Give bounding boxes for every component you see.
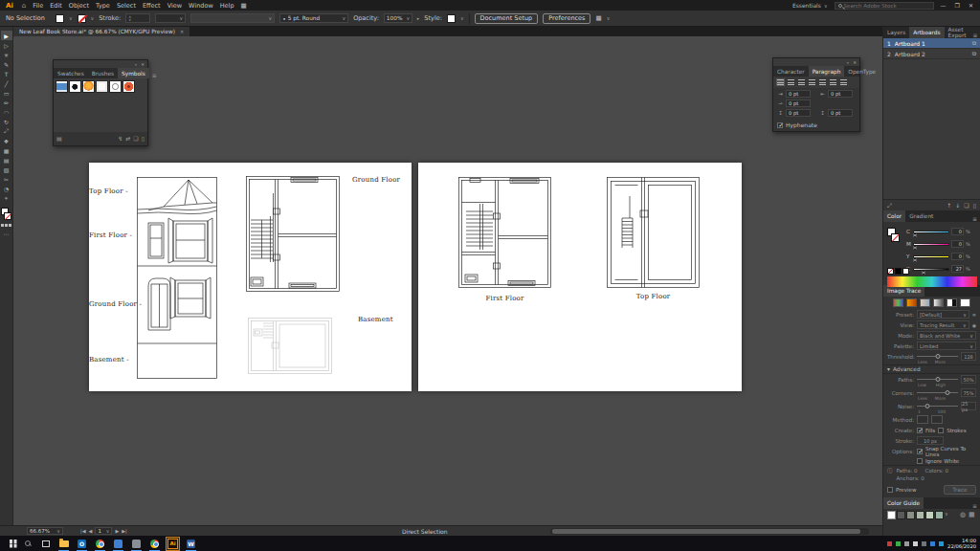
align-left-button[interactable] bbox=[776, 78, 785, 86]
stroke-color-swatch[interactable] bbox=[78, 14, 86, 23]
tray-app-icon[interactable] bbox=[939, 541, 944, 546]
artboard-list-item-2[interactable]: 2 Artboard 2 ⧉ bbox=[883, 49, 980, 59]
elevation-label-top-floor[interactable]: Top Floor - bbox=[89, 187, 127, 195]
basement-plan-drawing[interactable] bbox=[246, 316, 334, 378]
pen-tool-icon[interactable]: ✎ bbox=[1, 59, 12, 69]
fill-color-swatch[interactable] bbox=[56, 14, 64, 23]
menu-view[interactable]: View bbox=[167, 2, 182, 10]
corners-slider[interactable] bbox=[917, 392, 958, 394]
search-input[interactable] bbox=[844, 3, 930, 9]
fill-stroke-indicator[interactable] bbox=[1, 208, 12, 221]
place-symbol-icon[interactable]: ↯ bbox=[118, 135, 122, 142]
home-icon[interactable]: ⌂ bbox=[22, 2, 26, 10]
justify-center-button[interactable] bbox=[818, 78, 827, 86]
space-after-input[interactable]: 0 pt bbox=[828, 109, 853, 117]
symbol-thumbnail[interactable] bbox=[122, 80, 135, 93]
artboard-list-item-1[interactable]: 1 Artboard 1 ⧉ bbox=[883, 38, 980, 49]
task-view-button[interactable] bbox=[36, 536, 55, 551]
black-slider[interactable] bbox=[913, 268, 949, 271]
symbol-thumbnail[interactable] bbox=[96, 80, 108, 93]
tab-character[interactable]: Character bbox=[773, 66, 809, 77]
yellow-value[interactable]: 0 bbox=[951, 253, 964, 260]
menu-edit[interactable]: Edit bbox=[50, 2, 62, 10]
base-color-swatch[interactable] bbox=[887, 511, 896, 519]
paintbrush-tool-icon[interactable]: ✏ bbox=[1, 98, 12, 107]
advanced-arrow-icon[interactable]: ▾ bbox=[887, 366, 890, 372]
artboard-icon[interactable]: ⧉ bbox=[972, 50, 976, 57]
opacity-input[interactable]: 100% ∨ bbox=[384, 13, 412, 23]
artboard-navigation-dropdown[interactable]: 1 ∨ bbox=[95, 527, 112, 535]
artboard-2[interactable]: First Floor Top Floor bbox=[418, 163, 742, 391]
advanced-section-label[interactable]: Advanced bbox=[893, 366, 921, 372]
preset-black-white-icon[interactable] bbox=[947, 298, 957, 307]
color-spectrum-bar[interactable] bbox=[887, 276, 977, 287]
trace-button[interactable]: Trace bbox=[944, 485, 976, 495]
artboard-tool-icon[interactable]: ▧ bbox=[1, 165, 12, 174]
magenta-slider[interactable] bbox=[913, 243, 949, 246]
tray-app-icon[interactable] bbox=[930, 541, 935, 546]
tab-artboards[interactable]: Artboards bbox=[909, 27, 944, 38]
chevron-down-icon[interactable]: ∨ bbox=[69, 15, 73, 21]
mode-dropdown[interactable]: Black and White∨ bbox=[917, 331, 976, 340]
method-overlapping-button[interactable] bbox=[931, 415, 943, 424]
panel-menu-icon[interactable]: ≡ bbox=[970, 32, 980, 38]
stepper-down-icon[interactable]: ∨ bbox=[128, 18, 131, 22]
justify-left-button[interactable] bbox=[808, 78, 816, 86]
tab-symbols[interactable]: Symbols bbox=[118, 68, 149, 78]
artboard-icon[interactable]: ⧉ bbox=[972, 39, 976, 47]
menu-object[interactable]: Object bbox=[69, 2, 89, 10]
move-down-icon[interactable]: ↓ bbox=[955, 202, 960, 209]
symbol-thumbnail[interactable] bbox=[56, 80, 68, 93]
noise-slider[interactable] bbox=[917, 406, 958, 408]
harmony-swatch[interactable] bbox=[925, 511, 934, 519]
none-swatch[interactable] bbox=[887, 268, 894, 275]
method-abutting-button[interactable] bbox=[917, 415, 928, 424]
space-before-input[interactable]: 0 pt bbox=[786, 109, 811, 117]
snap-curves-checkbox[interactable] bbox=[917, 449, 923, 454]
palette-dropdown[interactable]: Limited∨ bbox=[917, 342, 976, 350]
panel-menu-icon[interactable]: ≡ bbox=[149, 72, 160, 78]
harmony-swatch[interactable] bbox=[906, 511, 915, 519]
magic-wand-tool-icon[interactable]: ✳ bbox=[1, 50, 12, 59]
line-tool-icon[interactable]: ╱ bbox=[1, 78, 12, 88]
ground-floor-plan-drawing[interactable] bbox=[238, 174, 344, 295]
tray-network-icon[interactable] bbox=[922, 541, 926, 546]
paths-slider[interactable] bbox=[917, 379, 958, 381]
photos-app-icon[interactable] bbox=[109, 536, 127, 551]
menu-help[interactable]: Help bbox=[220, 2, 234, 10]
shaper-tool-icon[interactable]: ◠ bbox=[1, 107, 12, 117]
preferences-button[interactable]: Preferences bbox=[543, 13, 590, 24]
symbol-libraries-icon[interactable]: ▤ bbox=[56, 135, 62, 142]
word-icon[interactable]: W bbox=[182, 536, 200, 551]
tab-close-icon[interactable]: ✕ bbox=[180, 29, 184, 34]
panel-menu-icon[interactable]: ≡ bbox=[969, 502, 980, 509]
illustrator-logo-icon[interactable]: Ai bbox=[4, 2, 15, 10]
yellow-slider[interactable] bbox=[913, 255, 949, 258]
paths-value[interactable]: 50% bbox=[961, 375, 976, 384]
graph-tool-icon[interactable]: ▤ bbox=[1, 155, 12, 165]
view-dropdown[interactable]: Tracing Result∨ bbox=[917, 320, 969, 329]
harmony-swatch[interactable] bbox=[897, 511, 905, 519]
hyphenate-checkbox[interactable] bbox=[777, 122, 783, 128]
draw-mode-buttons[interactable] bbox=[1, 224, 11, 227]
scale-tool-icon[interactable]: ⤢ bbox=[1, 126, 12, 136]
first-floor-plan-drawing[interactable] bbox=[455, 175, 555, 292]
panel-menu-icon[interactable]: ≡ bbox=[969, 215, 980, 222]
next-artboard-icon[interactable]: ▶ bbox=[115, 528, 119, 534]
cyan-slider[interactable] bbox=[913, 231, 949, 233]
width-tool-icon[interactable]: ❖ bbox=[1, 136, 12, 145]
tab-opentype[interactable]: OpenType bbox=[844, 66, 880, 77]
fill-stroke-proxy[interactable] bbox=[887, 228, 901, 243]
menu-file[interactable]: File bbox=[33, 2, 43, 10]
trace-stroke-value[interactable]: 10 px bbox=[917, 436, 944, 445]
stroke-swatch[interactable] bbox=[4, 212, 11, 220]
preset-dropdown[interactable]: [Default]∨ bbox=[917, 310, 969, 319]
type-tool-icon[interactable]: T bbox=[1, 69, 12, 78]
start-button[interactable] bbox=[0, 536, 18, 551]
ignore-white-checkbox[interactable] bbox=[917, 458, 923, 464]
preset-high-color-icon[interactable] bbox=[906, 298, 917, 307]
harmony-swatch[interactable] bbox=[935, 511, 944, 519]
workspace-switcher[interactable]: Essentials ∨ bbox=[792, 2, 828, 9]
symbol-thumbnail[interactable] bbox=[69, 80, 81, 93]
building-elevation-drawing[interactable] bbox=[137, 177, 217, 379]
